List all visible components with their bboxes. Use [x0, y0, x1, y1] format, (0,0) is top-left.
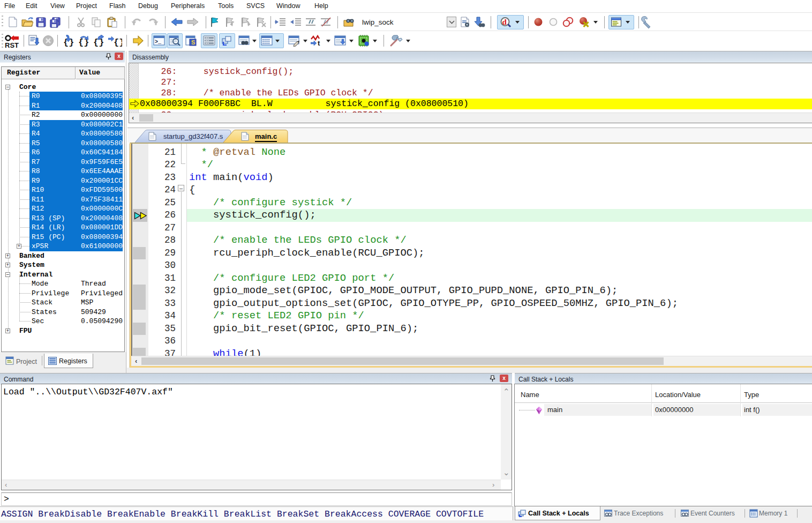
svg-text:d: d: [502, 18, 507, 26]
svg-text:>_: >_: [155, 39, 162, 45]
svg-text:S: S: [191, 39, 195, 46]
svg-text:{}: {}: [114, 38, 122, 48]
svg-text:RST: RST: [5, 41, 19, 49]
svg-text:t: t: [318, 39, 320, 47]
